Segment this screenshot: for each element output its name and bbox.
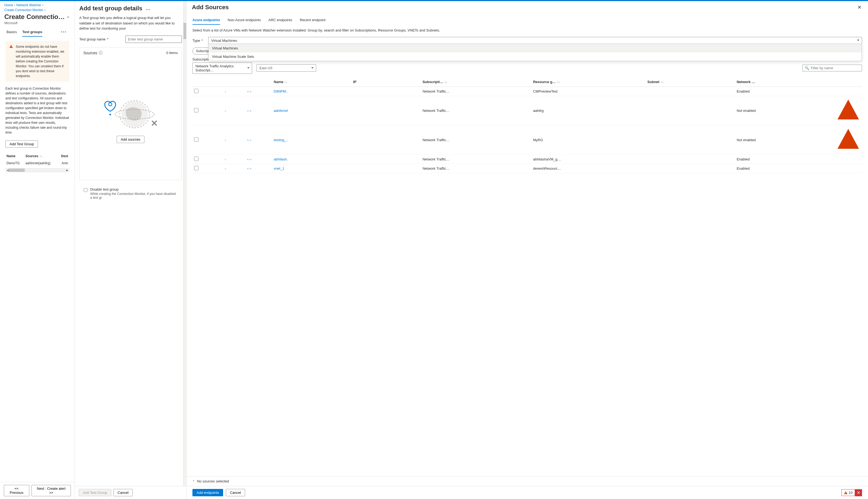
subscription-dropdown[interactable]: Network Traffic Analytics Subscript… (193, 62, 252, 74)
cell-subnet (646, 96, 735, 125)
add-test-group-button[interactable]: Add Test Group (5, 141, 38, 148)
test-group-name-label: Test group name * (79, 37, 125, 41)
expand-icon[interactable]: › (224, 109, 227, 112)
cell-subnet (646, 125, 735, 155)
col-network[interactable]: Network … (735, 77, 834, 87)
row-checkbox[interactable] (194, 89, 198, 93)
table-row[interactable]: ›‹··›aahilvnetNetwork Traffic…aahilrgNot… (193, 96, 862, 125)
col-resource-group[interactable]: Resource g…↑↓ (531, 77, 646, 87)
filter-input[interactable] (811, 66, 859, 70)
row-checkbox[interactable] (194, 157, 198, 161)
vnet-icon: ‹··› (247, 89, 251, 94)
col-sources[interactable]: Sources↑↓ (24, 153, 58, 160)
col-name[interactable]: Name↑↓ (272, 77, 351, 87)
status-error[interactable]: ✕ (855, 489, 862, 496)
h-scrollbar-thumb[interactable] (9, 169, 25, 172)
h-scrollbar[interactable]: ◀ ▶ (5, 168, 69, 172)
cell-name[interactable]: abhilash. (272, 155, 351, 164)
breadcrumb-network-watcher[interactable]: Network Watcher (16, 3, 41, 7)
warning-icon (9, 45, 13, 48)
scroll-right-icon[interactable]: ▶ (65, 169, 69, 172)
disable-label: Disable test group (90, 187, 177, 191)
row-checkbox[interactable] (194, 108, 198, 112)
previous-button[interactable]: << Previous (4, 485, 29, 496)
cell-ip (351, 125, 421, 155)
table-row[interactable]: DemoTG aahilvnet(aahilrg) Anin (5, 160, 69, 167)
add-test-group-button-footer[interactable]: Add Test Group (79, 489, 111, 496)
type-value: Virtual Machines (211, 38, 237, 42)
warning-text: Some endpoints do not have monitoring ex… (16, 44, 65, 78)
vnet-icon: ‹··› (247, 157, 251, 161)
tab-arc-endpoints[interactable]: ARC endpoints (269, 16, 292, 25)
cell-ip (351, 155, 421, 164)
sort-icon: ↑↓ (557, 80, 560, 84)
close-icon[interactable]: ✕ (856, 3, 863, 11)
dropdown-option-vm[interactable]: Virtual Machines (209, 44, 861, 52)
disable-checkbox[interactable] (84, 188, 87, 192)
table-row[interactable]: ›‹··›testing_..Network Traffic…MyRGNot e… (193, 125, 862, 155)
col-dest[interactable]: Dest (58, 153, 69, 160)
add-sources-button[interactable]: Add sources (117, 136, 145, 143)
cell-warn (834, 125, 862, 155)
next-button[interactable]: Next : Create alert >> (32, 485, 71, 496)
breadcrumb: Home › Network Watcher › Create Connecti… (0, 1, 75, 13)
col-name[interactable]: Name (5, 153, 24, 160)
info-icon[interactable]: i (99, 51, 102, 54)
vnet-icon: ‹··› (247, 167, 251, 170)
dropdown-option-vmss[interactable]: Virtual Machine Scale Sets (209, 52, 861, 61)
tab-azure-endpoints[interactable]: Azure endpoints (193, 16, 220, 25)
cell-resource-group: CMPreviewTest (531, 87, 646, 96)
cell-name[interactable]: DtlNPM.. (272, 87, 351, 96)
cancel-button[interactable]: Cancel (226, 489, 245, 496)
table-row[interactable]: ›‹··›vnet_1Network Traffic…deveshResourc… (193, 164, 862, 173)
region-dropdown[interactable]: East US (257, 64, 316, 72)
left-scroll[interactable]: Some endpoints do not have monitoring ex… (0, 37, 75, 482)
cell-subscription: Network Traffic… (421, 87, 531, 96)
col-checkbox[interactable] (193, 77, 222, 87)
type-dropdown[interactable]: Virtual Machines Virtual Machines Virtua… (208, 37, 862, 44)
cell-subscription: Network Traffic… (421, 96, 531, 125)
filter-search[interactable]: 🔍 (802, 65, 862, 71)
cell-warn (834, 96, 862, 125)
cell-subscription: Network Traffic… (421, 164, 531, 173)
warning-count: 10 (849, 490, 853, 495)
tab-non-azure-endpoints[interactable]: Non-Azure endpoints (228, 16, 261, 25)
col-subnet[interactable]: Subnet↑↓ (646, 77, 735, 87)
cell-ip (351, 96, 421, 125)
breadcrumb-create[interactable]: Create Connection Monitor (4, 8, 43, 12)
tab-more-icon[interactable]: ··· (61, 29, 68, 35)
cancel-button[interactable]: Cancel (113, 489, 133, 496)
table-row[interactable]: ›‹··›DtlNPM..Network Traffic…CMPreviewTe… (193, 87, 862, 96)
expand-icon[interactable]: › (224, 158, 227, 161)
mid-description: A Test group lets you define a logical g… (75, 12, 186, 36)
col-subscription[interactable]: Subscripti…↑↓ (421, 77, 531, 87)
items-count: 0 Items (166, 51, 178, 55)
test-group-name-input[interactable] (125, 36, 182, 43)
row-checkbox[interactable] (194, 137, 198, 142)
expand-icon[interactable]: › (224, 138, 227, 142)
tab-basics[interactable]: Basics (7, 28, 17, 37)
add-endpoints-button[interactable]: Add endpoints (193, 489, 223, 496)
cell-name[interactable]: aahilvnet (272, 96, 351, 125)
collapse-icon[interactable]: « (66, 14, 70, 20)
cell-network: Not enabled (735, 96, 834, 125)
table-row[interactable]: ›‹··›abhilash.Network Traffic…abhilashaV… (193, 155, 862, 164)
selection-bar[interactable]: ⌄ No sources selected (186, 476, 868, 486)
cell-name[interactable]: vnet_1 (272, 164, 351, 173)
endpoints-grid: Name↑↓ IP Subscripti…↑↓ Resource g…↑↓ Su… (193, 77, 862, 173)
expand-icon[interactable]: › (224, 90, 227, 93)
blade-description: Select from a list of Azure VMs with Net… (186, 25, 868, 37)
col-ip[interactable]: IP (351, 77, 421, 87)
more-icon[interactable]: … (146, 6, 151, 11)
test-group-table: Name Sources↑↓ Dest DemoTG aahilvnet(aah… (5, 153, 69, 167)
row-checkbox[interactable] (194, 166, 198, 170)
cell-sources: aahilvnet(aahilrg) (24, 160, 58, 167)
status-warning[interactable]: 10 (841, 489, 855, 496)
cell-network: Not enabled (735, 125, 834, 155)
tab-recent-endpoint[interactable]: Recent endpoint (300, 16, 325, 25)
expand-icon[interactable]: › (224, 167, 227, 170)
cell-name[interactable]: testing_.. (272, 125, 351, 155)
breadcrumb-home[interactable]: Home (4, 3, 13, 7)
chevron-up-icon: ⌄ (193, 479, 195, 483)
tab-test-groups[interactable]: Test groups (22, 28, 42, 37)
